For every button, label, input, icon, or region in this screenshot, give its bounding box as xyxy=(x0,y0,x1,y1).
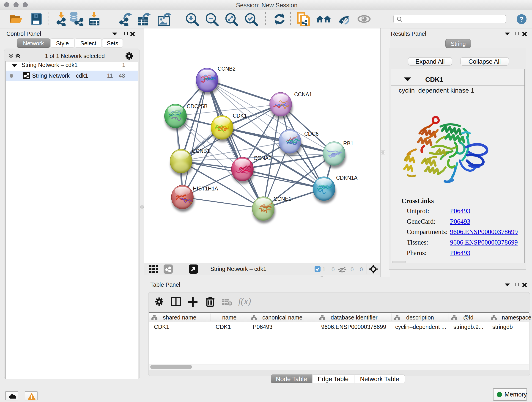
svg-text:CDC6: CDC6 xyxy=(304,131,319,137)
svg-text:CDK1: CDK1 xyxy=(233,113,247,119)
svg-text:CCNB1: CCNB1 xyxy=(192,148,210,154)
svg-text:CCNA2: CCNA2 xyxy=(254,155,272,161)
svg-text:CCNB2: CCNB2 xyxy=(218,66,235,72)
svg-text:RB1: RB1 xyxy=(343,140,354,147)
svg-text:CDKN1A: CDKN1A xyxy=(336,175,358,181)
svg-text:CCNE1: CCNE1 xyxy=(273,196,291,202)
svg-text:CCNA1: CCNA1 xyxy=(294,91,312,97)
svg-text:HIST1H1A: HIST1H1A xyxy=(193,186,218,191)
svg-text:CDC25B: CDC25B xyxy=(187,103,208,109)
